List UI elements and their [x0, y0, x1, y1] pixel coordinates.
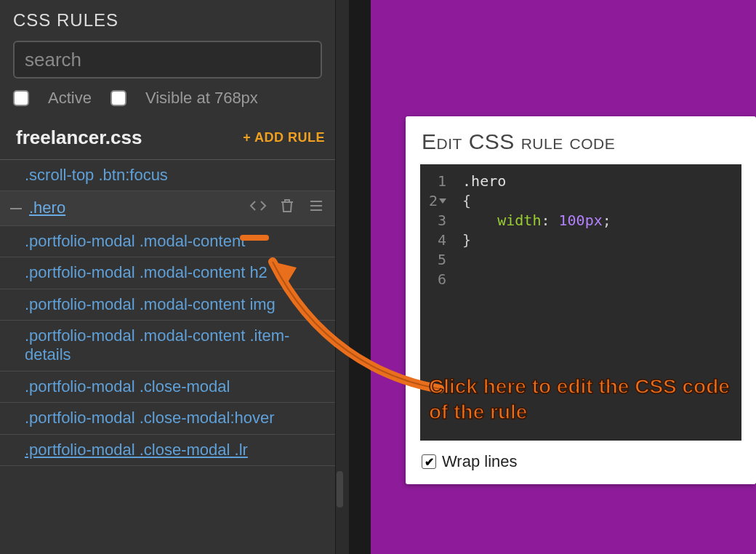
css-rules-panel: CSS RULES Active Visible at 768px freela…	[0, 0, 349, 554]
rule-item[interactable]: .portfolio-modal .modal-content img	[0, 289, 335, 321]
active-label: Active	[48, 89, 92, 108]
rule-selector: .scroll-top .btn:focus	[25, 166, 168, 185]
rule-item-selected[interactable]: .hero	[0, 191, 335, 225]
rule-item[interactable]: .scroll-top .btn:focus	[0, 160, 335, 191]
fold-icon[interactable]	[439, 198, 446, 204]
filter-row: Active Visible at 768px	[0, 89, 335, 121]
line-number: 3	[438, 211, 446, 230]
file-header: freelancer.css + ADD RULE	[0, 121, 335, 160]
rule-selector: .portfolio-modal .modal-content img	[25, 295, 276, 314]
search-input[interactable]	[13, 41, 322, 79]
line-number: 1	[438, 172, 446, 191]
collapse-icon[interactable]	[10, 208, 22, 209]
code-property: width	[497, 212, 541, 229]
trash-icon[interactable]	[278, 197, 296, 219]
annotation-marker	[240, 235, 269, 241]
code-brace-close: }	[462, 231, 471, 249]
line-number: 2	[429, 191, 438, 211]
active-checkbox[interactable]	[13, 90, 29, 106]
annotation-text: Click here to edit the CSS code of the r…	[429, 374, 741, 425]
wrap-lines-row: ✔ Wrap lines	[406, 441, 756, 484]
rule-actions	[249, 197, 325, 219]
code-semicolon: ;	[603, 212, 611, 229]
css-editor-popover: Edit CSS rule code 1 2 3 4 5 6 .hero { w…	[406, 116, 756, 484]
scrollbar-thumb[interactable]	[337, 471, 343, 507]
rule-item[interactable]: .portfolio-modal .modal-content .item-de…	[0, 321, 335, 372]
rule-selector: .portfolio-modal .close-modal:hover	[25, 409, 275, 427]
code-value: 100px	[559, 212, 603, 229]
code-brace-open: {	[462, 192, 471, 209]
rule-selector: .portfolio-modal .close-modal	[25, 377, 230, 396]
line-number: 4	[438, 230, 446, 250]
rule-item[interactable]: .portfolio-modal .close-modal:hover	[0, 403, 335, 434]
divider-strip	[349, 0, 371, 554]
visible-checkbox[interactable]	[110, 90, 126, 106]
code-colon: :	[541, 212, 558, 229]
rule-selector: .portfolio-modal .modal-content .item-de…	[25, 326, 325, 365]
code-selector: .hero	[462, 172, 506, 190]
wrap-lines-label: Wrap lines	[442, 452, 518, 471]
rule-list: .scroll-top .btn:focus .hero	[0, 160, 335, 466]
panel-title: CSS RULES	[0, 0, 335, 38]
rule-selector: .portfolio-modal .modal-content h2	[25, 263, 268, 282]
rule-item[interactable]: .portfolio-modal .modal-content	[0, 226, 335, 257]
editor-title: Edit CSS rule code	[406, 116, 756, 164]
code-icon[interactable]	[249, 197, 267, 219]
line-number: 5	[438, 250, 446, 270]
visible-label: Visible at 768px	[145, 89, 258, 108]
line-number: 6	[438, 270, 446, 289]
rule-item[interactable]: .portfolio-modal .close-modal .lr	[0, 435, 335, 466]
wrap-lines-checkbox[interactable]: ✔	[422, 454, 436, 469]
file-name: freelancer.css	[16, 127, 142, 149]
rule-selector: .portfolio-modal .close-modal .lr	[25, 441, 248, 459]
css-rules-inner: CSS RULES Active Visible at 768px freela…	[0, 0, 336, 554]
add-rule-button[interactable]: + ADD RULE	[243, 130, 325, 145]
rule-item[interactable]: .portfolio-modal .close-modal	[0, 372, 335, 403]
rule-item[interactable]: .portfolio-modal .modal-content h2	[0, 257, 335, 289]
rule-selector: .hero	[29, 198, 65, 217]
menu-icon[interactable]	[307, 197, 325, 219]
search-wrap	[0, 38, 335, 89]
rule-selector: .portfolio-modal .modal-content	[25, 232, 245, 251]
